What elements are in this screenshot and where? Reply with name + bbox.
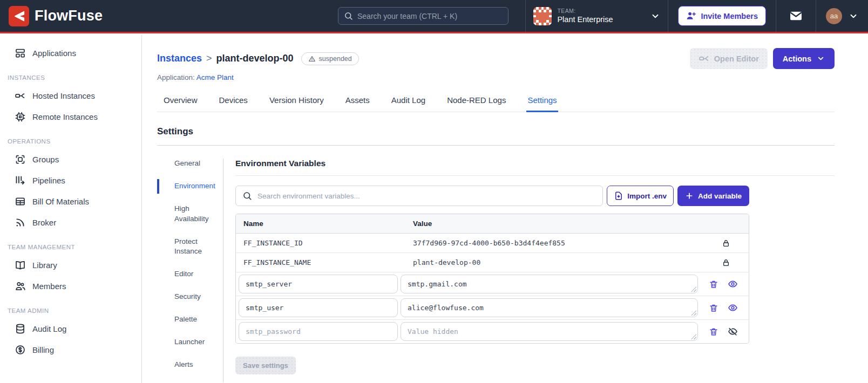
open-editor-button[interactable]: Open Editor (690, 48, 768, 69)
toggle-visibility-button[interactable] (727, 278, 739, 290)
sidebar-item-label: Hosted Instances (32, 91, 95, 100)
env-value-input[interactable] (401, 275, 698, 293)
env-value: 37f7d969-97cd-4000-b650-b3d4f4eef855 (405, 234, 703, 252)
user-avatar: aa (826, 8, 842, 24)
instance-tabs: Overview Devices Version History Assets … (157, 91, 835, 112)
actions-label: Actions (783, 54, 811, 63)
team-selector[interactable]: TEAM: Plant Enterprise (525, 0, 668, 32)
sidebar-section-instances: INSTANCES (0, 64, 141, 85)
actions-button[interactable]: Actions (773, 48, 835, 69)
sidebar-item-hosted-instances[interactable]: Hosted Instances (0, 85, 141, 106)
settings-nav-environment[interactable]: Environment (166, 181, 222, 191)
brand-name: FlowFuse (35, 8, 103, 24)
groups-icon (15, 154, 26, 165)
sidebar-item-broker[interactable]: Broker (0, 212, 141, 233)
env-name-input[interactable] (239, 275, 398, 293)
add-variable-label: Add variable (698, 192, 742, 200)
settings-nav-editor[interactable]: Editor (166, 269, 222, 279)
env-value-input[interactable] (401, 298, 698, 317)
applications-icon (15, 47, 26, 59)
sidebar-item-label: Broker (32, 218, 56, 227)
settings-nav-security[interactable]: Security (166, 292, 222, 302)
tab-node-red-logs[interactable]: Node-RED Logs (446, 91, 507, 112)
tab-overview[interactable]: Overview (162, 91, 199, 112)
column-name: Name (236, 214, 405, 233)
sidebar-item-remote-instances[interactable]: Remote Instances (0, 106, 141, 127)
table-row (236, 272, 749, 296)
pipelines-icon (15, 175, 26, 186)
table-row: FF_INSTANCE_NAME plant-develop-00 (236, 253, 749, 272)
settings-nav-palette[interactable]: Palette (166, 314, 222, 325)
env-name: FF_INSTANCE_NAME (236, 253, 405, 272)
tab-settings[interactable]: Settings (526, 91, 558, 112)
env-name-input[interactable] (239, 322, 398, 341)
delete-variable-button[interactable] (708, 326, 720, 338)
search-input[interactable] (357, 12, 503, 20)
sidebar: Applications INSTANCES Hosted Instances … (0, 35, 142, 383)
breadcrumb: Instances > plant-develop-00 (157, 53, 294, 64)
status-badge: suspended (301, 52, 359, 65)
sidebar-section-operations: OPERATIONS (0, 127, 141, 149)
brand[interactable]: FlowFuse (0, 6, 338, 26)
sidebar-item-label: Pipelines (32, 176, 65, 185)
eye-icon (728, 279, 738, 289)
sidebar-item-pipelines[interactable]: Pipelines (0, 170, 141, 191)
env-variables-table: Name Value FF_INSTANCE_ID 37f7d969-97cd-… (235, 214, 749, 344)
application-link[interactable]: Acme Plant (196, 73, 234, 81)
billing-icon (15, 344, 26, 355)
chevron-down-icon (650, 11, 660, 21)
invite-members-button[interactable]: Invite Members (678, 6, 766, 26)
sidebar-item-library[interactable]: Library (0, 255, 141, 276)
main-content: Instances > plant-develop-00 suspended O… (143, 35, 868, 383)
breadcrumb-instances-link[interactable]: Instances (157, 53, 202, 64)
save-settings-button[interactable]: Save settings (235, 357, 296, 374)
section-title: Environment Variables (235, 159, 835, 176)
toggle-visibility-button[interactable] (727, 325, 739, 338)
user-menu[interactable]: aa (816, 0, 868, 32)
import-env-label: Import .env (627, 192, 667, 200)
toggle-visibility-button[interactable] (727, 302, 739, 314)
settings-nav-launcher[interactable]: Launcher (166, 337, 222, 347)
notifications-button[interactable] (776, 0, 816, 32)
add-variable-button[interactable]: Add variable (677, 186, 749, 206)
sidebar-section-team-admin: TEAM ADMIN (0, 297, 141, 318)
broker-icon (15, 217, 26, 228)
warning-icon (308, 55, 316, 63)
bill-of-materials-icon (15, 196, 26, 207)
mail-icon (789, 9, 803, 23)
settings-nav-general[interactable]: General (166, 159, 222, 169)
tab-devices[interactable]: Devices (218, 91, 249, 112)
sidebar-item-groups[interactable]: Groups (0, 149, 141, 170)
team-search[interactable] (338, 7, 508, 25)
delete-variable-button[interactable] (708, 302, 720, 314)
sidebar-item-audit-log[interactable]: Audit Log (0, 318, 141, 339)
sidebar-item-applications[interactable]: Applications (0, 43, 141, 64)
trash-icon (709, 279, 718, 289)
sidebar-item-billing[interactable]: Billing (0, 339, 141, 360)
env-value: plant-develop-00 (405, 253, 703, 272)
settings-nav-high-availability[interactable]: High Availability (166, 204, 222, 224)
settings-nav-protect-instance[interactable]: Protect Instance (166, 237, 222, 257)
env-search-input[interactable] (257, 192, 596, 200)
table-row (236, 320, 749, 343)
env-search[interactable] (235, 186, 603, 206)
tab-assets[interactable]: Assets (344, 91, 371, 112)
sidebar-item-bill-of-materials[interactable]: Bill Of Materials (0, 191, 141, 212)
eye-off-icon (728, 326, 738, 337)
sidebar-item-members[interactable]: Members (0, 276, 141, 297)
sidebar-item-label: Members (32, 282, 66, 291)
tab-audit-log[interactable]: Audit Log (390, 91, 426, 112)
search-icon (242, 191, 252, 201)
trash-icon (709, 303, 718, 313)
import-env-button[interactable]: Import .env (607, 186, 674, 206)
sidebar-item-label: Bill Of Materials (32, 197, 89, 206)
tab-version-history[interactable]: Version History (268, 91, 325, 112)
document-download-icon (614, 191, 623, 201)
delete-variable-button[interactable] (708, 278, 720, 290)
breadcrumb-separator: > (206, 53, 212, 64)
settings-nav-alerts[interactable]: Alerts (166, 360, 222, 370)
invite-members-label: Invite Members (701, 12, 758, 20)
env-value-input[interactable] (401, 322, 698, 341)
env-name-input[interactable] (239, 298, 398, 317)
audit-log-icon (15, 323, 26, 334)
